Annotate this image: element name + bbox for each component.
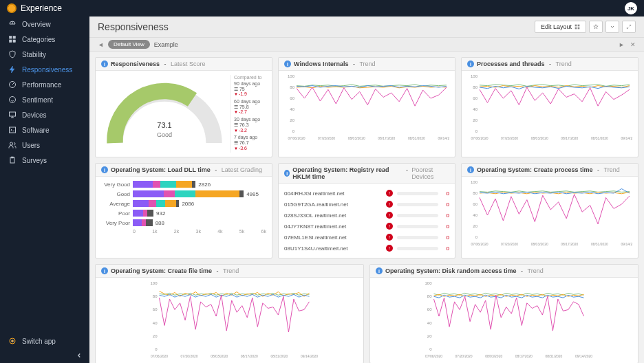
info-icon[interactable]: i [101,166,108,173]
info-icon[interactable]: i [467,60,474,67]
panel-processes-threads: iProcesses and threads - Trend 020406080… [461,57,638,157]
star-button[interactable] [589,21,603,33]
svg-text:0: 0 [292,129,295,133]
grading-row: Average2086 [101,200,266,207]
smile-icon [8,96,17,104]
svg-rect-7 [10,127,16,133]
sidebar-item-overview[interactable]: Overview [0,16,89,32]
views-prev[interactable]: ◄ [98,41,104,48]
svg-text:60: 60 [427,308,432,312]
switch-app[interactable]: Switch app [0,333,89,349]
trend-chart: 02040608010007/06/202007/20/202008/03/20… [284,75,449,141]
panel-poorest-devices: iOperating System: Registry read HKLM ti… [278,163,455,258]
info-icon[interactable]: i [467,166,474,173]
sidebar-item-stability[interactable]: Stability [0,47,89,62]
view-tab-default[interactable]: Default View [108,40,150,49]
sidebar-item-performance[interactable]: Performance [0,77,89,92]
trend-chart: 02040608010007/06/202007/20/202008/03/20… [467,75,632,141]
svg-text:60: 60 [290,96,294,100]
sidebar-item-label: Performance [22,81,61,89]
sidebar-item-label: Sentiment [22,96,53,104]
sidebar-item-sentiment[interactable]: Sentiment [0,92,89,107]
speed-icon [8,80,17,89]
alert-badge: ! [386,223,393,230]
alert-badge: ! [386,201,393,208]
svg-rect-6 [10,112,16,116]
svg-text:07/06/2020: 07/06/2020 [288,136,305,140]
grading-row: Very Good2826 [101,181,266,188]
info-icon[interactable]: i [101,60,108,67]
brand-name: Experience [21,3,62,13]
edit-layout-button[interactable]: Edit Layout [535,21,586,33]
svg-text:40: 40 [473,213,477,217]
device-row[interactable]: 028SJ33OL.realtimeit.net!0 [284,210,449,221]
device-row[interactable]: 015G9T2GA.realtimeit.net!0 [284,199,449,210]
svg-text:100: 100 [471,75,478,78]
sidebar-item-label: Responsiveness [22,66,72,74]
svg-rect-0 [10,36,12,39]
views-next[interactable]: ► [619,41,625,48]
svg-text:08/03/2020: 08/03/2020 [485,354,502,358]
monitor-icon [8,111,17,119]
svg-text:09/14/2020: 09/14/2020 [301,354,318,358]
svg-text:08/17/2020: 08/17/2020 [561,136,578,140]
sidebar: OverviewCategoriesStabilityResponsivenes… [0,0,89,363]
device-row[interactable]: 08U1Y1S4U.realtimeit.net!0 [284,243,449,254]
svg-text:08/17/2020: 08/17/2020 [378,136,395,140]
svg-text:80: 80 [153,294,158,298]
page-title: Responsiveness [98,21,169,32]
svg-text:60: 60 [473,202,477,206]
svg-text:0: 0 [155,347,158,351]
svg-text:100: 100 [471,181,478,184]
clipboard-icon [8,156,17,164]
device-row[interactable]: 04JY7KN8T.realtimeit.net!0 [284,221,449,232]
svg-text:09/14/2020: 09/14/2020 [621,242,632,246]
sidebar-item-label: Stability [22,51,46,58]
view-tab-example[interactable]: Example [154,41,178,48]
svg-text:40: 40 [290,107,294,111]
expand-icon [626,24,632,30]
avatar[interactable]: JK [625,2,637,14]
device-row[interactable]: 004IRHJGI.realtimeit.net!0 [284,188,449,199]
svg-text:20: 20 [153,334,158,338]
dropdown-button[interactable] [605,21,619,33]
sidebar-item-devices[interactable]: Devices [0,107,89,122]
svg-text:09/14/2020: 09/14/2020 [575,354,592,358]
svg-text:80: 80 [473,85,477,89]
info-icon[interactable]: i [284,60,291,67]
collapse-sidebar[interactable] [0,349,89,363]
compare-label: Compared to [234,75,266,80]
svg-text:08/03/2020: 08/03/2020 [211,354,228,358]
svg-text:07/06/2020: 07/06/2020 [151,354,168,358]
sidebar-item-users[interactable]: Users [0,138,89,153]
svg-text:09/14/2020: 09/14/2020 [621,136,632,140]
chevron-down-icon [610,24,615,30]
svg-rect-10 [12,157,14,158]
svg-text:08/17/2020: 08/17/2020 [515,354,533,358]
sidebar-item-surveys[interactable]: Surveys [0,153,89,168]
expand-button[interactable] [622,21,636,33]
svg-text:0: 0 [475,129,478,133]
switch-app-icon [8,337,17,345]
trend-chart: 02040608010007/06/202007/20/202008/03/20… [467,181,632,247]
info-icon[interactable]: i [101,267,108,274]
panel-dll-grading: iOperating System: Load DLL time - Lates… [95,163,272,258]
sidebar-item-label: Overview [22,21,51,28]
panel-create-file: iOperating System: Create file time - Tr… [95,264,364,363]
svg-text:60: 60 [153,308,158,312]
shield-icon [8,50,17,58]
views-close[interactable]: ✕ [630,41,636,48]
info-icon[interactable]: i [376,267,383,274]
sidebar-item-responsiveness[interactable]: Responsiveness [0,62,89,77]
svg-text:20: 20 [473,224,477,228]
star-icon [593,24,599,30]
sidebar-item-categories[interactable]: Categories [0,32,89,47]
svg-text:40: 40 [473,107,477,111]
svg-text:80: 80 [427,294,432,298]
device-row[interactable]: 07EML1ESI.realtimeit.net!0 [284,232,449,243]
sidebar-item-software[interactable]: Software [0,122,89,138]
info-icon[interactable]: i [284,170,290,177]
svg-text:08/31/2020: 08/31/2020 [408,136,425,140]
svg-rect-16 [578,28,580,30]
svg-rect-13 [575,25,577,27]
